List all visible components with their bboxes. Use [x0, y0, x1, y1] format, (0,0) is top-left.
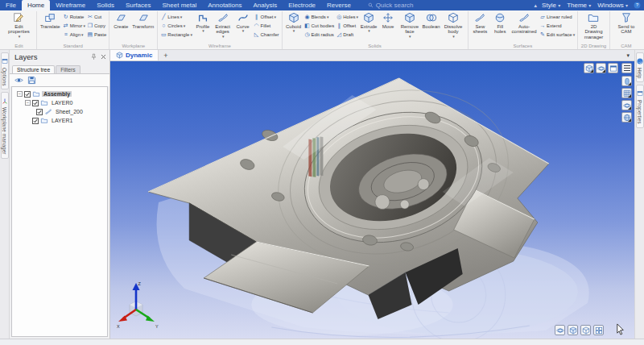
workplane-manager-side-tab[interactable]: Workplane manager	[1, 92, 9, 158]
pin-panel-icon[interactable]	[90, 53, 97, 60]
sheet200-checkbox[interactable]	[36, 109, 43, 115]
curve-button[interactable]: Curve▾	[234, 11, 252, 35]
tile-views-button[interactable]	[593, 325, 604, 335]
boolean-button[interactable]: Boolean	[423, 11, 440, 30]
tree-item-assembly[interactable]: − Assembly	[12, 89, 107, 98]
maximize-view-button[interactable]	[608, 63, 618, 73]
rotate-button[interactable]: ↻Rotate	[63, 12, 85, 21]
menu-file[interactable]: File	[0, 0, 22, 10]
style-menu[interactable]: Style ▾	[539, 0, 563, 11]
menu-reverse[interactable]: Reverse	[321, 0, 357, 10]
zoom-button[interactable]	[596, 63, 606, 73]
render-mode-button[interactable]	[621, 112, 632, 123]
copy-button[interactable]: ❐Copy	[87, 21, 106, 30]
menu-solids[interactable]: Solids	[91, 0, 120, 10]
sew-sheets-button[interactable]: Sew sheets	[471, 11, 490, 35]
tree-item-sheet200[interactable]: Sheet_200	[12, 107, 107, 116]
ribbon-group-wireframe: ╱Lines▾ ○Circles▾ ▭Rectangle▾ Profile▾ E…	[158, 11, 282, 49]
circles-button[interactable]: ○Circles▾	[160, 21, 192, 30]
layer-visibility-icon[interactable]	[14, 76, 23, 85]
menu-analysis[interactable]: Analysis	[247, 0, 283, 10]
ribbon-group-standard: Translate ↻Rotate ⇄Mirror▾ ≡Align▾ ✂Cut …	[37, 11, 109, 49]
chamfer-button[interactable]: ◺Chamfer	[254, 30, 279, 39]
draft-button[interactable]: ◿Draft	[336, 30, 358, 39]
selection-filter-button[interactable]	[621, 88, 632, 98]
menu-surfaces[interactable]: Surfaces	[120, 0, 157, 10]
menu-wireframe[interactable]: Wireframe	[50, 0, 91, 10]
paste-button[interactable]: ▤Paste	[87, 30, 106, 39]
properties-icon	[637, 90, 643, 97]
extend-button[interactable]: →Extend	[539, 21, 575, 30]
offset-button[interactable]: ∥Offset▾	[254, 12, 279, 21]
windows-menu[interactable]: Windows ▾	[595, 0, 630, 11]
extract-edges-button[interactable]: Extract edges▾	[213, 11, 233, 39]
dropdown-caret-icon: ▾	[83, 23, 85, 28]
layer1-checkbox[interactable]	[32, 118, 39, 124]
auto-constrained-button[interactable]: Auto-constrained	[510, 11, 538, 35]
orbit-icon	[623, 102, 631, 110]
collapse-expander-icon[interactable]: −	[17, 91, 23, 97]
rectangle-button[interactable]: ▭Rectangle▾	[160, 30, 192, 39]
translate-icon	[44, 12, 56, 23]
edit-surface-button[interactable]: ✎Edit surface▾	[539, 30, 575, 39]
display-mode-button[interactable]	[621, 76, 632, 86]
isometric-view-button[interactable]	[568, 325, 578, 335]
lines-button[interactable]: ╱Lines▾	[160, 12, 192, 21]
orbit-view-button[interactable]	[555, 325, 565, 335]
boolean-icon	[426, 12, 437, 23]
menu-electrode[interactable]: Electrode	[283, 0, 321, 10]
edit-properties-button[interactable]: Edit properties▾	[4, 11, 34, 39]
fillet-button[interactable]: ◠Fillet	[254, 21, 279, 30]
transform-workplane-button[interactable]: Transform	[131, 11, 155, 30]
wireframe-view-button[interactable]	[580, 325, 591, 335]
save-layers-icon[interactable]	[27, 76, 36, 85]
properties-side-tab[interactable]: Properties	[636, 85, 644, 128]
cut-bodies-button[interactable]: ◧Cut bodies	[304, 21, 335, 30]
collapse-ribbon-icon[interactable]: ▲	[533, 3, 538, 8]
assembly-checkbox[interactable]	[24, 91, 31, 98]
align-button[interactable]: ≡Align▾	[63, 30, 85, 39]
menu-sheet-metal[interactable]: Sheet metal	[157, 0, 203, 10]
quick-search[interactable]: Quick search	[368, 0, 414, 10]
blends-button[interactable]: ◉Blends▾	[304, 12, 335, 21]
tab-dynamic[interactable]: Dynamic	[110, 50, 159, 60]
tab-structure-tree[interactable]: Structure tree	[12, 65, 55, 73]
options-side-tab[interactable]: Options	[1, 52, 9, 89]
tree-item-layer1[interactable]: LAYER1	[12, 116, 107, 125]
view-orientation-button[interactable]	[584, 63, 594, 73]
tree-item-layer0[interactable]: − LAYER0	[12, 98, 107, 107]
collapse-expander-icon[interactable]: −	[25, 100, 31, 106]
new-tab-button[interactable]: +	[159, 50, 172, 60]
translate-button[interactable]: Translate	[39, 11, 61, 30]
cut-button[interactable]: ✂Cut	[87, 12, 106, 21]
send-to-cam-button[interactable]: Send to CAM	[613, 11, 640, 35]
help-icon[interactable]	[634, 2, 641, 9]
offset-solid-button[interactable]: ∥Offset	[336, 21, 358, 30]
mirror-button[interactable]: ⇄Mirror▾	[63, 21, 85, 30]
menu-annotations[interactable]: Annotations	[202, 0, 247, 10]
edit-radius-button[interactable]: ◷Edit radius	[304, 30, 335, 39]
view-rotate-button[interactable]	[621, 100, 632, 110]
viewport-3d[interactable]: X Y Z	[110, 61, 634, 339]
cuboid-button[interactable]: Cuboid▾	[285, 11, 303, 35]
tab-filters[interactable]: Filters	[56, 65, 80, 73]
theme-menu[interactable]: Theme ▾	[564, 0, 593, 11]
linear-ruled-button[interactable]: ▱Linear ruled	[539, 12, 575, 21]
dissolve-body-button[interactable]: Dissolve body▾	[442, 11, 465, 39]
viewport-menu-button[interactable]	[621, 63, 632, 73]
profile-button[interactable]: Profile▾	[194, 11, 212, 35]
fill-holes-button[interactable]: Fill holes	[491, 11, 509, 35]
move-button[interactable]: Move	[379, 11, 397, 30]
holes-button[interactable]: ◎Holes▾	[336, 12, 358, 21]
layer0-checkbox[interactable]	[32, 100, 39, 106]
rotate-icon: ↻	[63, 14, 69, 20]
menu-home[interactable]: Home	[22, 0, 50, 10]
model-3d[interactable]	[110, 61, 634, 339]
help-side-tab[interactable]: Help	[636, 52, 644, 82]
tab-list-caret-icon[interactable]: ▾	[626, 50, 634, 60]
2d-drawing-manager-button[interactable]: 2D Drawing manager	[580, 11, 607, 40]
close-panel-icon[interactable]	[100, 53, 107, 60]
create-workplane-button[interactable]: Create	[112, 11, 130, 30]
extrude-button[interactable]: Extrude▾	[360, 11, 378, 35]
remove-face-button[interactable]: Remove face▾	[398, 11, 421, 39]
